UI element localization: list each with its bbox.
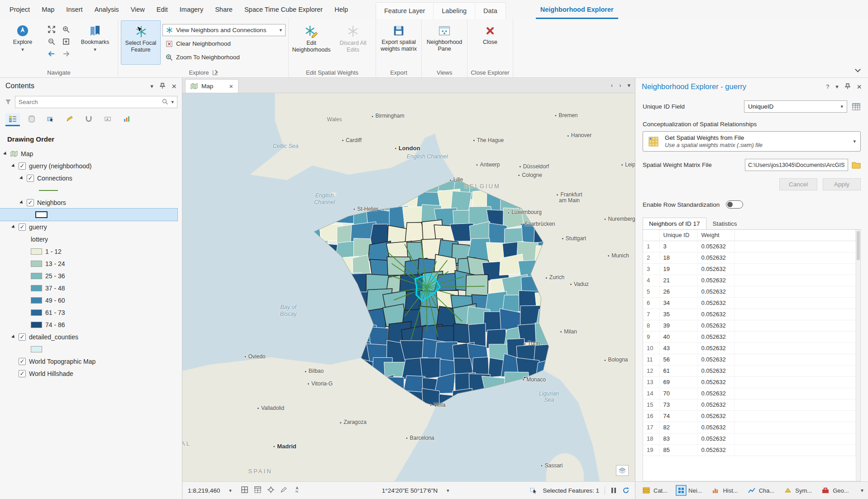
chevron-down-icon[interactable]: ▾ [835,83,839,90]
dock-tab-cha[interactable]: Cha... [744,485,778,496]
weight-row[interactable]: 19850.052632 [643,444,856,456]
weight-row[interactable]: 5260.052632 [643,286,856,297]
neighborhood-pane-button[interactable]: Neighborhood Pane [424,20,464,65]
fixed-zoom-out-icon[interactable] [48,38,56,47]
dock-collapse-icon[interactable]: ▾ [861,487,865,494]
layout-grid-icon[interactable] [241,486,248,495]
tab-statistics[interactable]: Statistics [706,218,744,229]
line-symbol[interactable] [39,190,58,191]
layer-item-guerry-neighborhood[interactable]: ✓guerry (neighborhood) [0,160,182,172]
weight-row[interactable]: 9400.052632 [643,331,856,342]
fixed-zoom-in-icon[interactable] [62,25,70,35]
bookmarks-button[interactable]: Bookmarks ▾ [75,20,115,65]
zoom-to-neighborhood-button[interactable]: Zoom To Neighborhood [162,51,286,63]
export-weights-button[interactable]: Export spatial weights matrix [379,20,419,65]
legend-item[interactable] [0,343,182,355]
weight-row[interactable]: 10430.052632 [643,342,856,354]
weight-row[interactable]: 11560.052632 [643,354,856,365]
edit-neighborhoods-button[interactable]: Edit Neighborhoods [291,20,331,65]
menu-imagery[interactable]: Imagery [174,0,209,19]
menu-edit[interactable]: Edit [151,0,174,19]
menu-view[interactable]: View [125,0,151,19]
layer-item-connections[interactable]: ✓Connections [0,172,182,184]
tab-list-icon[interactable]: ▾ [627,82,630,89]
row-standardization-toggle[interactable] [726,200,743,209]
legend-item[interactable]: 37 - 48 [0,282,182,294]
matrix-file-input[interactable] [745,159,848,171]
close-icon[interactable]: × [172,82,176,90]
full-extent-icon[interactable] [48,25,56,35]
layer-checkbox[interactable]: ✓ [19,223,26,231]
refresh-icon[interactable] [622,487,630,494]
weight-row[interactable]: 16740.052632 [643,410,856,422]
legend-item[interactable]: 61 - 73 [0,306,182,318]
weight-row[interactable]: 130.052632 [643,241,856,252]
selected-features-label[interactable]: Selected Features: 1 [543,487,599,494]
scale-dropdown[interactable]: 1:8,219,460 ▾ [188,487,232,494]
map-view-tab[interactable]: Map × [185,79,238,93]
layer-item-neighbors[interactable]: ✓Neighbors [0,196,182,209]
weight-row[interactable]: 13690.052632 [643,376,856,388]
unique-id-dropdown[interactable]: UniqueID ▾ [744,100,847,113]
menu-help[interactable]: Help [329,0,354,19]
connections-symbol[interactable] [0,184,182,196]
chevron-down-icon[interactable]: ▾ [171,100,174,105]
list-by-editing-button[interactable] [62,113,77,126]
expand-icon[interactable] [11,225,16,229]
menu-space-time-cube-explorer[interactable]: Space Time Cube Explorer [238,0,329,19]
menu-insert[interactable]: Insert [60,0,88,19]
previous-extent-icon[interactable] [48,50,56,59]
menu-analysis[interactable]: Analysis [89,0,125,19]
weight-row[interactable]: 15730.052632 [643,399,856,410]
scroll-tabs-right-icon[interactable]: › [619,82,621,89]
weight-row[interactable]: 17820.052632 [643,422,856,433]
layer-item-map[interactable]: Map [0,147,182,160]
expand-icon[interactable] [11,164,16,168]
layer-checkbox[interactable]: ✓ [27,175,34,182]
scroll-tabs-left-icon[interactable]: ‹ [611,82,613,89]
weight-row[interactable]: 4210.052632 [643,275,856,286]
list-by-charts-button[interactable] [119,113,134,126]
list-by-source-button[interactable] [24,113,39,126]
scrollbar-thumb[interactable] [857,231,860,260]
browse-folder-icon[interactable] [852,161,861,169]
table-icon[interactable] [254,486,262,495]
close-explorer-button[interactable]: Close [470,20,510,65]
explore-button[interactable]: Explore ▾ [3,20,43,65]
tab-neighbors-of-id[interactable]: Neighbors of ID 17 [643,218,706,229]
zoom-to-selection-icon[interactable] [62,38,70,47]
menu-map[interactable]: Map [36,0,60,19]
collapse-ribbon-icon[interactable] [856,66,860,73]
expand-icon[interactable] [11,335,16,339]
legend-item[interactable]: 25 - 36 [0,270,182,282]
search-icon[interactable] [162,99,168,105]
field-table-icon[interactable] [852,102,861,111]
map-overflow-button[interactable] [616,465,629,476]
layer-checkbox[interactable]: ✓ [19,370,26,377]
weight-row[interactable]: 3190.052632 [643,263,856,275]
close-icon[interactable]: × [857,82,862,91]
layer-checkbox[interactable]: ✓ [19,333,26,341]
discard-all-edits-button[interactable]: Discard All Edits [333,20,373,65]
chevron-down-icon[interactable]: ▾ [150,83,153,90]
weight-row[interactable]: 14700.052632 [643,388,856,399]
layer-checkbox[interactable]: ✓ [19,358,26,365]
tab-labeling[interactable]: Labeling [434,3,475,19]
map-canvas[interactable]: BirminghamWalesCardiffLondonCeltic SeaEn… [182,93,635,481]
select-focal-feature-button[interactable]: Select Focal Feature [121,20,161,65]
legend-item[interactable]: 13 - 24 [0,257,182,270]
snap-crosshair-icon[interactable] [267,486,275,495]
tab-feature-layer[interactable]: Feature Layer [376,3,434,19]
dock-tab-nei[interactable]: Nei... [673,485,706,496]
layer-item-guerry[interactable]: ✓guerry [0,221,182,233]
weight-row[interactable]: 6340.052632 [643,297,856,309]
expand-icon[interactable] [19,176,24,181]
header-unique-id[interactable]: Unique ID [659,230,697,241]
list-by-labeling-button[interactable]: A [100,113,115,126]
weight-row[interactable]: 12610.052632 [643,365,856,376]
pin-icon[interactable] [845,83,850,90]
layer-item-world-topographic-map[interactable]: ✓World Topographic Map [0,355,182,367]
dock-tab-hist[interactable]: Hist... [707,485,741,496]
pin-icon[interactable] [160,83,165,89]
dock-tab-geo[interactable]: Geo... [817,485,852,496]
